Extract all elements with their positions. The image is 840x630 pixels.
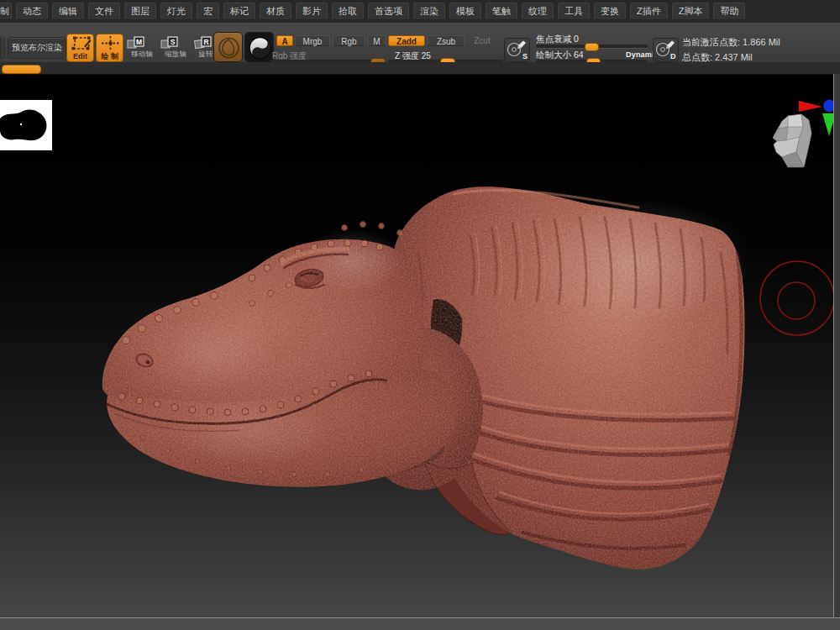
zcut-button[interactable]: Zcut bbox=[468, 35, 496, 46]
menu-item-macro[interactable]: 宏 bbox=[197, 3, 219, 20]
trex-sculpt[interactable] bbox=[92, 177, 756, 580]
sculpt-viewport[interactable] bbox=[0, 75, 833, 618]
alpha-a-button[interactable]: A bbox=[276, 35, 293, 46]
rotate-icon: R bbox=[193, 35, 215, 50]
scale-button-label: 缩放轴 bbox=[160, 50, 192, 58]
scale-icon: S bbox=[160, 35, 181, 50]
rgb-button[interactable]: Rgb bbox=[333, 35, 365, 46]
document-preview-thumbnail[interactable] bbox=[0, 100, 52, 150]
menu-item-transform[interactable]: 变换 bbox=[594, 3, 626, 20]
bottom-tray-divider[interactable] bbox=[0, 617, 840, 630]
current-brush-thumbnail[interactable] bbox=[213, 32, 243, 62]
edit-marquee-icon bbox=[67, 34, 95, 53]
brush-cursor-circles bbox=[760, 261, 833, 335]
menu-item-render[interactable]: 渲染 bbox=[413, 3, 445, 20]
smooth-brush-button[interactable]: S bbox=[504, 38, 530, 62]
axis-z-dot-icon bbox=[823, 100, 833, 113]
move-button-label: 移动轴 bbox=[126, 50, 158, 58]
menu-item-light[interactable]: 灯光 bbox=[160, 3, 192, 20]
menu-item-movie[interactable]: 影片 bbox=[296, 3, 328, 20]
thumbnail-silhouette bbox=[0, 100, 52, 150]
skin-texture bbox=[92, 177, 756, 580]
clipped-button-sliver bbox=[0, 37, 5, 59]
mrgb-button[interactable]: Mrgb bbox=[295, 35, 330, 46]
focal-shift-slider[interactable] bbox=[536, 45, 648, 48]
toolbar-progress-indicator bbox=[2, 65, 41, 74]
toolbar-bottom-strip bbox=[0, 62, 840, 74]
menu-item-draw-partial[interactable]: 制 bbox=[0, 3, 12, 20]
svg-text:M: M bbox=[136, 38, 142, 46]
axis-y-arrow-icon bbox=[822, 113, 833, 136]
scale-gizmo-button[interactable]: S 缩放轴 bbox=[160, 35, 192, 62]
menu-item-stroke[interactable]: 笔触 bbox=[486, 3, 517, 20]
menu-item-layer[interactable]: 图层 bbox=[124, 3, 156, 20]
m-button[interactable]: M bbox=[368, 35, 386, 46]
dynamic-brush-button[interactable]: D bbox=[653, 38, 679, 62]
menu-item-dynamics[interactable]: 动态 bbox=[16, 3, 48, 20]
edit-button-label: Edit bbox=[67, 53, 93, 60]
dynamic-brush-icon: D bbox=[654, 39, 680, 63]
menu-item-zscript[interactable]: Z脚本 bbox=[672, 3, 710, 20]
canvas-right-gutter[interactable] bbox=[833, 74, 840, 617]
stroke-sphere-icon bbox=[245, 33, 275, 63]
menu-item-preferences[interactable]: 首选项 bbox=[368, 3, 409, 20]
menu-item-texture[interactable]: 纹理 bbox=[522, 3, 554, 20]
move-gizmo-button[interactable]: M 移动轴 bbox=[126, 35, 158, 62]
move-icon: M bbox=[126, 35, 148, 50]
svg-text:D: D bbox=[670, 52, 676, 60]
menu-item-edit[interactable]: 编辑 bbox=[52, 3, 84, 20]
menu-item-material[interactable]: 材质 bbox=[260, 3, 291, 20]
menu-item-stencil[interactable]: 模板 bbox=[449, 3, 481, 20]
menu-item-file[interactable]: 文件 bbox=[88, 3, 120, 20]
menu-item-marker[interactable]: 标记 bbox=[223, 3, 255, 20]
draw-mode-button[interactable]: 绘 制 bbox=[96, 34, 123, 62]
zadd-button[interactable]: Zadd bbox=[388, 35, 425, 46]
material-head-icon bbox=[773, 114, 811, 167]
document-canvas[interactable] bbox=[0, 74, 833, 618]
zsub-button[interactable]: Zsub bbox=[428, 35, 465, 46]
active-points-counter: 当前激活点数: 1.866 Mil bbox=[682, 36, 780, 49]
focal-shift-handle[interactable] bbox=[585, 43, 599, 51]
svg-text:S: S bbox=[522, 52, 528, 60]
draw-button-label: 绘 制 bbox=[97, 53, 123, 60]
menu-item-picker[interactable]: 拾取 bbox=[332, 3, 364, 20]
menu-item-zplugin[interactable]: Z插件 bbox=[630, 3, 668, 20]
current-stroke-thumbnail[interactable] bbox=[244, 32, 274, 62]
edit-mode-button[interactable]: Edit bbox=[66, 34, 94, 62]
draw-crosshair-icon bbox=[97, 34, 124, 53]
smooth-brush-icon: S bbox=[505, 39, 531, 63]
focal-shift-label: 焦点衰减 0 bbox=[536, 34, 579, 45]
menu-bar: 制 动态 编辑 文件 图层 灯光 宏 标记 材质 影片 拾取 首选项 渲染 模板… bbox=[0, 0, 840, 24]
svg-text:S: S bbox=[171, 38, 176, 46]
preview-boolean-render-button[interactable]: 预览布尔渲染 bbox=[8, 37, 66, 59]
menu-item-tool[interactable]: 工具 bbox=[558, 3, 590, 20]
zbrush-window: 制 动态 编辑 文件 图层 灯光 宏 标记 材质 影片 拾取 首选项 渲染 模板… bbox=[0, 0, 840, 630]
axis-x-arrow-icon bbox=[799, 101, 822, 112]
brush-shape-icon bbox=[214, 33, 244, 63]
svg-text:R: R bbox=[203, 38, 208, 46]
menu-item-help[interactable]: 帮助 bbox=[713, 3, 745, 20]
top-shelf-toolbar: 预览布尔渲染 Edit 绘 制 M bbox=[0, 23, 840, 74]
